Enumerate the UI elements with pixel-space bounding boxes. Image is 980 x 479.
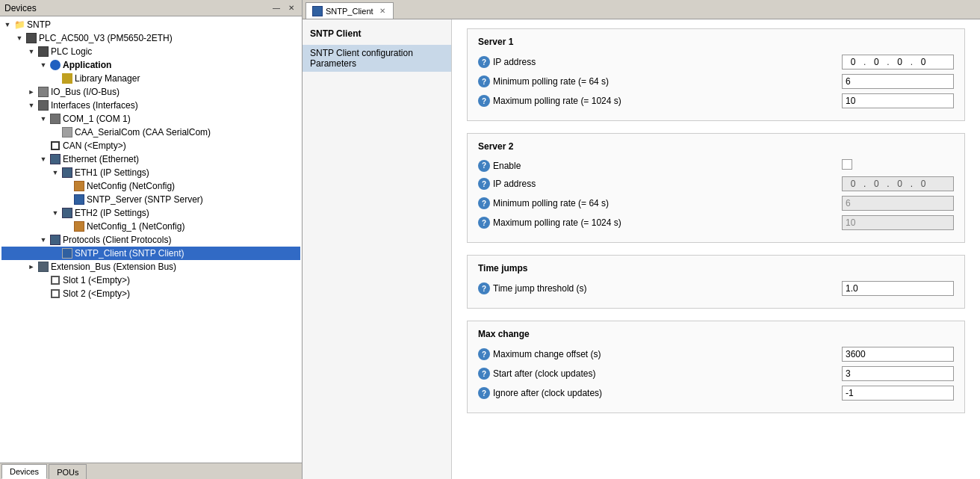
server1-maxpoll-input[interactable] bbox=[842, 93, 954, 108]
server2-enable-checkbox[interactable] bbox=[842, 159, 852, 170]
tree-item-protocols[interactable]: ▼ Protocols (Client Protocols) bbox=[1, 233, 300, 247]
tree-item-netconfig1[interactable]: ► NetConfig_1 (NetConfig) bbox=[1, 220, 300, 233]
protocols-icon bbox=[49, 234, 61, 246]
server1-minpoll-help-icon[interactable]: ? bbox=[478, 75, 490, 87]
maxchange-offset-label-text: Maximum change offset (s) bbox=[493, 349, 601, 359]
timejumps-threshold-help-icon[interactable]: ? bbox=[478, 282, 490, 294]
right-panel: SNTP_Client ✕ SNTP Client SNTP Client co… bbox=[303, 0, 980, 479]
server1-ip-seg4[interactable] bbox=[913, 57, 934, 67]
expander-interfaces[interactable]: ▼ bbox=[25, 99, 37, 111]
netconfig1-icon bbox=[73, 220, 85, 232]
server1-ip-seg2[interactable] bbox=[866, 57, 887, 67]
library-icon bbox=[61, 72, 73, 84]
expander-plc-logic[interactable]: ▼ bbox=[25, 46, 37, 58]
tree-item-extbus[interactable]: ► Extension_Bus (Extension Bus) bbox=[1, 260, 300, 274]
maxchange-start-label-text: Start after (clock updates) bbox=[493, 368, 595, 379]
tree-label: Library Manager bbox=[75, 73, 140, 84]
tab-pous[interactable]: POUs bbox=[49, 464, 87, 479]
expander-app[interactable]: ▼ bbox=[37, 59, 49, 71]
tree-label: Slot 2 (<Empty>) bbox=[63, 288, 130, 299]
tree-item-application[interactable]: ▼ Application bbox=[1, 58, 300, 72]
tab-sntp-icon bbox=[312, 6, 323, 16]
maxchange-offset-input[interactable] bbox=[842, 347, 954, 362]
tree-item-caa[interactable]: ► CAA_SerialCom (CAA SerialCom) bbox=[1, 126, 300, 139]
close-tab-button[interactable]: ✕ bbox=[378, 7, 387, 16]
tree-item-plc-logic[interactable]: ▼ PLC Logic bbox=[1, 45, 300, 58]
server2-ip-help-icon[interactable]: ? bbox=[478, 178, 490, 190]
expander-sntp-root[interactable]: ▼ bbox=[1, 19, 13, 31]
tree-item-iobus[interactable]: ► IO_Bus (I/O-Bus) bbox=[1, 85, 300, 99]
server2-minpoll-label: ? Minimum polling rate (= 64 s) bbox=[478, 197, 842, 209]
tree-item-sntp-client[interactable]: ► SNTP_Client (SNTP Client) bbox=[1, 247, 300, 260]
tree-item-eth2[interactable]: ▼ ETH2 (IP Settings) bbox=[1, 206, 300, 220]
com-icon bbox=[49, 113, 61, 125]
server2-ip-seg2 bbox=[866, 179, 887, 189]
timejumps-threshold-row: ? Time jump threshold (s) bbox=[478, 281, 954, 296]
tree-item-eth1[interactable]: ▼ ETH1 (IP Settings) bbox=[1, 166, 300, 179]
tree-item-com1[interactable]: ▼ COM_1 (COM 1) bbox=[1, 112, 300, 126]
expander-ethernet[interactable]: ▼ bbox=[37, 153, 49, 165]
server1-ip-seg1[interactable] bbox=[843, 57, 863, 67]
tree-item-sntp-server[interactable]: ► SNTP_Server (SNTP Server) bbox=[1, 193, 300, 206]
tree-label: Extension_Bus (Extension Bus) bbox=[51, 262, 176, 272]
timejumps-threshold-input[interactable] bbox=[842, 281, 954, 296]
expander-eth1[interactable]: ▼ bbox=[49, 167, 61, 179]
tree-item-sntp-root[interactable]: ▼ 📁 SNTP bbox=[1, 18, 300, 31]
server1-title: Server 1 bbox=[478, 37, 954, 47]
server2-ip-label-text: IP address bbox=[493, 179, 536, 189]
tree-label: SNTP_Client (SNTP Client) bbox=[75, 248, 184, 259]
expander-eth2[interactable]: ▼ bbox=[49, 207, 61, 219]
pin-icon[interactable]: — bbox=[270, 2, 282, 14]
server1-maxpoll-help-icon[interactable]: ? bbox=[478, 95, 490, 107]
maxchange-offset-help-icon[interactable]: ? bbox=[478, 348, 490, 360]
expander-extbus[interactable]: ► bbox=[25, 261, 37, 273]
maxchange-ignore-label-text: Ignore after (clock updates) bbox=[493, 388, 602, 398]
maxchange-section: Max change ? Maximum change offset (s) ? bbox=[467, 321, 965, 413]
expander-protocols[interactable]: ▼ bbox=[37, 234, 49, 246]
nav-item-config-params[interactable]: SNTP Client configuration Parameters bbox=[303, 45, 451, 72]
timejumps-title: Time jumps bbox=[478, 263, 954, 274]
tree-label: Protocols (Client Protocols) bbox=[63, 235, 171, 245]
sntp-tab-label: SNTP_Client bbox=[326, 7, 373, 16]
server1-ip-help-icon[interactable]: ? bbox=[478, 56, 490, 68]
tree-item-can[interactable]: ► CAN (<Empty>) bbox=[1, 139, 300, 152]
tree-item-netconfig[interactable]: ► NetConfig (NetConfig) bbox=[1, 179, 300, 193]
server2-maxpoll-control bbox=[842, 215, 954, 230]
tree-label: ETH2 (IP Settings) bbox=[75, 208, 149, 218]
bottom-tabs: Devices POUs bbox=[0, 463, 302, 479]
tree-item-lib-manager[interactable]: ► Library Manager bbox=[1, 72, 300, 85]
expander-iobus[interactable]: ► bbox=[25, 86, 37, 98]
expander-com1[interactable]: ▼ bbox=[37, 113, 49, 125]
maxchange-start-input[interactable] bbox=[842, 366, 954, 381]
server1-minpoll-label: ? Minimum polling rate (= 64 s) bbox=[478, 75, 842, 87]
server1-minpoll-label-text: Minimum polling rate (= 64 s) bbox=[493, 76, 609, 87]
tree-item-ethernet[interactable]: ▼ Ethernet (Ethernet) bbox=[1, 152, 300, 166]
tree-label: Ethernet (Ethernet) bbox=[63, 154, 139, 164]
server1-ip-input[interactable]: . . . bbox=[842, 55, 954, 69]
timejumps-threshold-control bbox=[842, 281, 954, 296]
sntp-client-tab[interactable]: SNTP_Client ✕ bbox=[306, 2, 394, 19]
maxchange-start-help-icon[interactable]: ? bbox=[478, 368, 490, 380]
server1-ip-row: ? IP address . . . bbox=[478, 55, 954, 69]
unpin-icon[interactable]: ✕ bbox=[285, 2, 297, 14]
left-panel-title: Devices bbox=[4, 3, 37, 13]
tree-item-slot2[interactable]: ► Slot 2 (<Empty>) bbox=[1, 287, 300, 300]
slot1-icon bbox=[49, 274, 61, 286]
server1-minpoll-input[interactable] bbox=[842, 74, 954, 89]
server2-ip-label: ? IP address bbox=[478, 178, 842, 190]
server2-enable-help-icon[interactable]: ? bbox=[478, 160, 490, 172]
server2-minpoll-help-icon[interactable]: ? bbox=[478, 197, 490, 209]
tree-label: Interfaces (Interfaces) bbox=[51, 100, 138, 111]
tab-devices[interactable]: Devices bbox=[1, 464, 47, 479]
tree-item-slot1[interactable]: ► Slot 1 (<Empty>) bbox=[1, 274, 300, 287]
server2-ip-seg4 bbox=[913, 179, 934, 189]
expander-plc[interactable]: ▼ bbox=[13, 32, 25, 44]
server2-maxpoll-help-icon[interactable]: ? bbox=[478, 217, 490, 229]
tree-label: PLC Logic bbox=[51, 46, 92, 57]
maxchange-ignore-input[interactable] bbox=[842, 386, 954, 401]
tree-item-plc-ac500[interactable]: ▼ PLC_AC500_V3 (PM5650-2ETH) bbox=[1, 31, 300, 45]
timejumps-threshold-label-text: Time jump threshold (s) bbox=[493, 283, 587, 294]
maxchange-ignore-help-icon[interactable]: ? bbox=[478, 387, 490, 399]
tree-item-interfaces[interactable]: ▼ Interfaces (Interfaces) bbox=[1, 99, 300, 112]
server1-ip-seg3[interactable] bbox=[890, 57, 911, 67]
